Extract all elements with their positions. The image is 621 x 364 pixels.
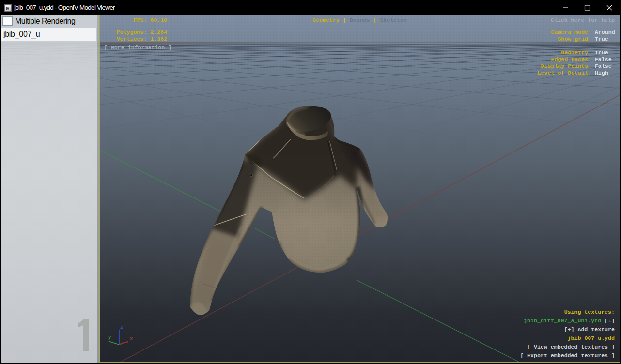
- svg-text:x: x: [130, 336, 133, 342]
- svg-text:z: z: [120, 324, 123, 330]
- svg-text:y: y: [108, 334, 111, 340]
